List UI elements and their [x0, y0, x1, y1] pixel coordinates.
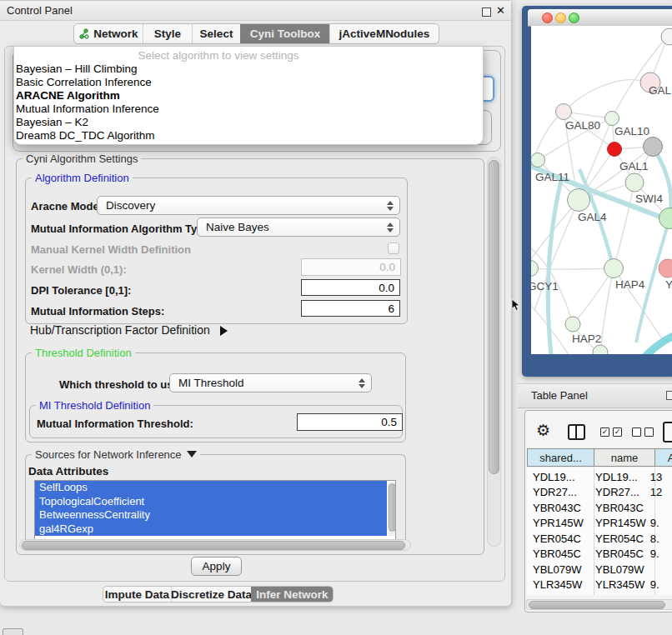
table-row[interactable]: YDR27... YDR27... 12 — [527, 485, 672, 501]
node-gal10[interactable] — [605, 112, 619, 126]
manual-kernel-checkbox[interactable] — [388, 242, 399, 254]
column-header-name[interactable]: name — [594, 448, 655, 467]
mac-minimize-button[interactable] — [555, 12, 566, 23]
node-gal4[interactable] — [568, 189, 590, 212]
table-row[interactable]: YER054C YER054C 8. — [527, 531, 672, 547]
popup-item-selected[interactable]: ARACNE Algorithm — [16, 89, 120, 102]
node-swi4[interactable] — [659, 208, 672, 229]
which-threshold-label: Which threshold to use: — [59, 378, 183, 391]
node-label: GAL10 — [614, 125, 649, 138]
table-row[interactable]: YDL19... YDL19... 13 — [527, 469, 672, 485]
node-label: Y — [665, 278, 672, 291]
float-window-icon[interactable] — [666, 391, 672, 400]
aracne-mode-combo[interactable]: Discovery — [97, 196, 400, 215]
network-canvas[interactable]: GAL GAL80 GAL10 GAL1 GAL11 SWI4 GAL4 GCY… — [531, 26, 672, 354]
scrollbar-thumb[interactable] — [22, 541, 405, 550]
which-threshold-combo[interactable]: MI Threshold — [169, 373, 372, 392]
file-icon[interactable] — [663, 422, 672, 442]
mi-threshold-field[interactable]: 0.5 — [297, 413, 403, 431]
settings-vertical-scrollbar[interactable] — [487, 157, 501, 547]
list-item[interactable]: gal4RGexp — [35, 522, 387, 537]
table-row[interactable]: YPR145W YPR145W 9. — [527, 516, 672, 532]
node-bottom-partial[interactable] — [593, 345, 608, 354]
popup-item[interactable]: Mutual Information Inference — [16, 102, 159, 116]
mi-threshold-group-title: MI Threshold Definition — [36, 399, 153, 412]
tab-style[interactable]: Style — [143, 24, 192, 43]
network-view-window: GAL GAL80 GAL10 GAL1 GAL11 SWI4 GAL4 GCY… — [522, 6, 672, 377]
list-item[interactable]: SelfLoops — [35, 481, 387, 495]
node-gal11[interactable] — [531, 153, 545, 168]
popup-item[interactable]: Bayesian – Hill Climbing — [16, 62, 138, 76]
control-panel-titlebar: Control Panel ✕ — [0, 1, 511, 21]
deselect-all-checkbox-icon[interactable] — [632, 428, 641, 437]
screen: Control Panel ✕ Network Style Select — [0, 0, 672, 635]
gear-icon[interactable]: ⚙ — [536, 421, 550, 440]
deselect-all-checkbox-icon[interactable] — [644, 428, 654, 437]
popup-item[interactable]: Dream8 DC_TDC Algorithm — [16, 129, 155, 142]
settings-horizontal-scrollbar[interactable] — [19, 539, 411, 551]
node-label: GAL80 — [565, 119, 600, 132]
table-horizontal-scrollbar[interactable] — [526, 599, 672, 610]
partial-corner-icon[interactable] — [3, 628, 23, 635]
mi-threshold-label: Mutual Information Threshold: — [37, 418, 193, 430]
algorithm-definition-group: Algorithm Definition Aracne Mode: Discov… — [25, 178, 408, 324]
mi-threshold-group: MI Threshold Definition Mutual Informati… — [29, 405, 403, 438]
combo-arrows-icon — [387, 222, 394, 232]
close-icon[interactable]: ✕ — [496, 4, 505, 17]
combo-arrows-icon — [387, 201, 394, 211]
table-row[interactable]: YIL052C YIL052C 9. — [527, 592, 672, 595]
tab-select[interactable]: Select — [192, 24, 240, 43]
list-item[interactable]: TopologicalCoefficient — [35, 495, 387, 509]
hub-definition-expander[interactable]: Hub/Transcription Factor Definition — [30, 323, 228, 337]
tab-discretize-data[interactable]: Discretize Data — [171, 587, 251, 602]
mouse-cursor — [511, 299, 521, 312]
expanded-arrow-icon — [187, 451, 197, 458]
mac-close-button[interactable] — [542, 12, 553, 23]
node-selected-red[interactable] — [608, 142, 622, 157]
select-all-checkbox-icon[interactable]: ✓ — [600, 428, 609, 437]
columns-icon[interactable] — [568, 424, 585, 440]
scrollbar-thumb[interactable] — [529, 601, 665, 609]
apply-button[interactable]: Apply — [191, 557, 242, 576]
node-gal1[interactable] — [625, 173, 644, 192]
tab-jactivemnodules[interactable]: jActiveMNodules — [329, 24, 439, 43]
node-gcy1[interactable] — [531, 261, 539, 277]
tab-impute-data[interactable]: Impute Data — [103, 587, 171, 602]
column-header-shared-name[interactable]: shared... — [527, 448, 594, 467]
mac-zoom-button[interactable] — [569, 12, 579, 23]
tab-cyni-toolbox[interactable]: Cyni Toolbox — [240, 24, 329, 43]
kernel-width-field[interactable]: 0.0 — [301, 258, 401, 276]
table-rows: YDL19... YDL19... 13 YDR27... YDR27... 1… — [527, 468, 672, 595]
table-row[interactable]: YBR043C YBR043C — [527, 500, 672, 516]
table-row[interactable]: YBL079W YBL079W — [527, 562, 672, 578]
table-row[interactable]: YLR345W YLR345W 9. — [527, 578, 672, 593]
popup-item[interactable]: Basic Correlation Inference — [16, 76, 152, 89]
list-item[interactable]: BetweennessCentrality — [35, 508, 387, 522]
scrollbar-thumb[interactable] — [489, 160, 499, 474]
column-header-partial[interactable]: A — [654, 448, 672, 467]
cyni-algorithm-settings-group: Cyni Algorithm Settings Algorithm Defini… — [16, 158, 484, 555]
bottom-tabbar: Impute Data Discretize Data Infer Networ… — [103, 586, 333, 602]
node-y-partial[interactable] — [659, 259, 672, 278]
node-gray[interactable] — [644, 138, 663, 157]
node-label: GAL11 — [535, 171, 569, 183]
table-row[interactable]: YBR045C YBR045C 9. — [527, 547, 672, 562]
network-tab-icon — [78, 28, 89, 39]
list-vertical-scrollbar[interactable] — [388, 482, 395, 537]
sources-group-header[interactable]: Sources for Network Inference — [32, 448, 200, 461]
node-gal80[interactable] — [556, 104, 572, 120]
tab-infer-network[interactable]: Infer Network — [251, 587, 333, 602]
mi-steps-field[interactable]: 6 — [301, 300, 400, 317]
tab-network[interactable]: Network — [74, 24, 143, 43]
node-hap4[interactable] — [604, 259, 624, 278]
data-attributes-label: Data Attributes — [28, 465, 108, 478]
select-all-checkbox-icon[interactable]: ✓ — [613, 428, 622, 437]
dpi-tolerance-field[interactable]: 0.0 — [301, 279, 400, 296]
node-hap2[interactable] — [565, 317, 580, 332]
popup-item[interactable]: Bayesian – K2 — [16, 116, 88, 129]
float-window-icon[interactable] — [482, 8, 491, 17]
scrollbar-thumb[interactable] — [389, 483, 396, 532]
node-label: GAL4 — [578, 211, 607, 223]
mi-type-combo[interactable]: Naive Bayes — [197, 218, 400, 237]
node-label: GCY1 — [531, 280, 559, 292]
